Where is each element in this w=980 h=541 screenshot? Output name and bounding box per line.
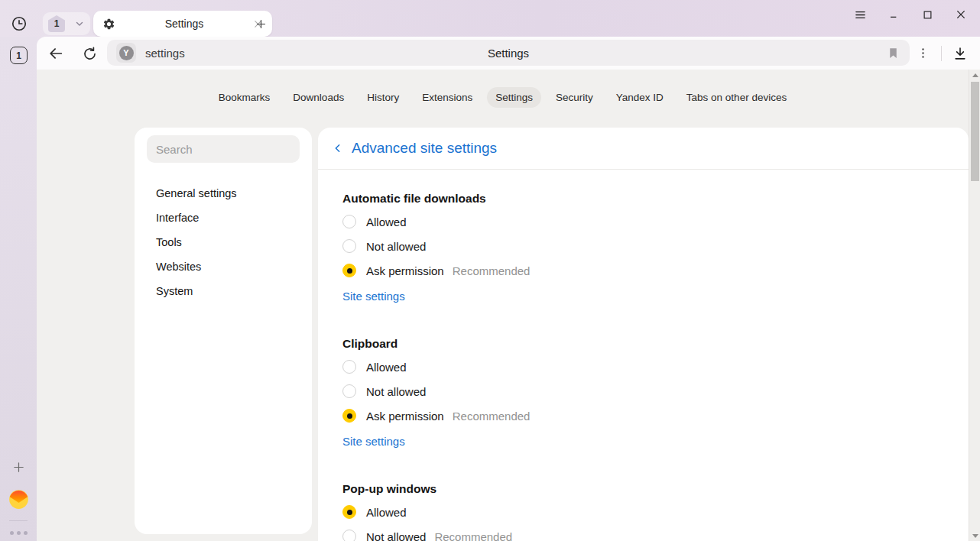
toolbar-separator — [941, 46, 942, 61]
section-title: Automatic file downloads — [342, 192, 944, 206]
bookmark-button[interactable] — [884, 44, 902, 62]
scroll-down-arrow[interactable] — [969, 530, 980, 541]
settings-page: Bookmarks Downloads History Extensions S… — [37, 70, 969, 541]
hamburger-icon — [854, 8, 867, 21]
clock-icon — [11, 15, 28, 32]
sidebar-item-tools[interactable]: Tools — [147, 230, 300, 254]
section-title: Pop-up windows — [342, 482, 944, 496]
rail-divider — [9, 520, 28, 521]
settings-category-list: General settings Interface Tools Website… — [147, 181, 300, 303]
radio-option-not-allowed[interactable]: Not allowed — [342, 379, 944, 403]
radio-icon[interactable] — [342, 360, 356, 374]
sidebar-item-websites[interactable]: Websites — [147, 254, 300, 279]
radio-option-ask-permission[interactable]: Ask permission Recommended — [342, 403, 944, 428]
radio-option-allowed[interactable]: Allowed — [342, 209, 944, 234]
chevron-left-icon — [332, 142, 344, 154]
nav-tab-bookmarks[interactable]: Bookmarks — [210, 87, 279, 108]
radio-icon[interactable] — [342, 530, 356, 541]
radio-option-not-allowed[interactable]: Not allowed — [342, 234, 944, 258]
reload-button[interactable] — [80, 44, 99, 63]
browser-window: 1 Settings — [0, 0, 980, 541]
close-window-button[interactable] — [949, 4, 972, 25]
rail-add-button[interactable] — [8, 456, 29, 478]
tab-title: Settings — [115, 18, 253, 30]
settings-sidebar: General settings Interface Tools Website… — [135, 128, 312, 534]
sidebar-item-general-settings[interactable]: General settings — [147, 181, 300, 206]
radio-icon[interactable] — [342, 409, 356, 423]
plus-icon — [255, 18, 267, 30]
side-rail: 1 — [0, 37, 37, 541]
section-automatic-file-downloads: Automatic file downloads Allowed Not all… — [342, 192, 944, 303]
reload-icon — [82, 46, 98, 62]
site-settings-link[interactable]: Site settings — [342, 435, 405, 448]
radio-icon[interactable] — [342, 264, 356, 277]
radio-icon[interactable] — [342, 384, 356, 398]
tab-counter-button[interactable]: 1 — [43, 12, 90, 35]
titlebar: 1 Settings — [0, 0, 980, 37]
page-scrollbar[interactable] — [969, 70, 980, 541]
toolbar-right — [903, 37, 980, 70]
plus-icon — [12, 461, 25, 474]
section-title: Clipboard — [342, 337, 944, 351]
sidebar-item-system[interactable]: System — [147, 279, 300, 303]
sidebar-item-interface[interactable]: Interface — [147, 206, 300, 230]
browser-tab-settings[interactable]: Settings — [93, 11, 272, 37]
rail-bottom — [0, 456, 37, 535]
section-popup-windows: Pop-up windows Allowed Not allowed Recom… — [342, 482, 944, 541]
search-input[interactable] — [147, 135, 300, 163]
tab-count-badge: 1 — [48, 15, 65, 32]
nav-tabs: Bookmarks Downloads History Extensions S… — [37, 87, 969, 108]
settings-sections: Automatic file downloads Allowed Not all… — [318, 192, 969, 541]
minimize-icon — [888, 8, 900, 21]
radio-option-allowed[interactable]: Allowed — [342, 500, 944, 524]
yandex-mail-icon — [8, 489, 29, 510]
new-tab-button[interactable] — [250, 13, 271, 34]
radio-icon[interactable] — [342, 215, 356, 228]
site-settings-link[interactable]: Site settings — [342, 290, 405, 303]
scrollbar-thumb[interactable] — [971, 82, 979, 181]
advanced-site-settings-panel: Advanced site settings Automatic file do… — [318, 128, 969, 541]
scroll-up-arrow[interactable] — [969, 70, 980, 80]
back-arrow-icon — [47, 45, 64, 62]
maximize-icon — [922, 9, 933, 21]
back-to-websites-header[interactable]: Advanced site settings — [318, 128, 969, 170]
page-title: Advanced site settings — [352, 140, 497, 157]
radio-icon[interactable] — [342, 239, 356, 253]
window-controls — [849, 4, 972, 25]
nav-tab-security[interactable]: Security — [547, 87, 602, 108]
nav-tab-downloads[interactable]: Downloads — [284, 87, 352, 108]
url-text: settings — [145, 47, 185, 60]
address-bar[interactable]: Y settings Settings — [107, 40, 910, 66]
minimize-button[interactable] — [882, 4, 905, 25]
nav-tab-yandex-id[interactable]: Yandex ID — [608, 87, 672, 108]
kebab-menu-icon — [917, 47, 930, 60]
gear-icon — [102, 18, 115, 31]
radio-option-ask-permission[interactable]: Ask permission Recommended — [342, 258, 944, 283]
bookmark-icon — [887, 47, 900, 60]
nav-tab-history[interactable]: History — [359, 87, 407, 108]
radio-icon[interactable] — [342, 505, 356, 519]
chevron-down-icon — [74, 18, 85, 29]
history-clock-button[interactable] — [10, 15, 28, 33]
yandex-favicon-icon: Y — [119, 46, 134, 60]
site-favicon: Y — [116, 43, 136, 63]
rail-tab-badge[interactable]: 1 — [10, 47, 28, 64]
rail-more-button[interactable] — [10, 531, 28, 535]
menu-button[interactable] — [849, 4, 871, 25]
more-options-button[interactable] — [912, 43, 933, 64]
section-clipboard: Clipboard Allowed Not allowed — [342, 337, 944, 449]
back-button[interactable] — [46, 44, 66, 63]
download-icon — [952, 46, 968, 61]
maximize-button[interactable] — [916, 4, 939, 25]
radio-option-not-allowed[interactable]: Not allowed Recommended — [342, 524, 944, 541]
downloads-button[interactable] — [949, 43, 971, 64]
nav-tab-extensions[interactable]: Extensions — [414, 87, 481, 108]
radio-option-allowed[interactable]: Allowed — [342, 355, 944, 379]
yandex-mail-button[interactable] — [7, 488, 30, 510]
close-icon — [955, 8, 967, 21]
address-page-title: Settings — [107, 47, 910, 60]
toolbar: Y settings Settings — [37, 37, 980, 70]
nav-tab-other-devices[interactable]: Tabs on other devices — [678, 87, 795, 108]
nav-tab-settings[interactable]: Settings — [487, 87, 541, 108]
